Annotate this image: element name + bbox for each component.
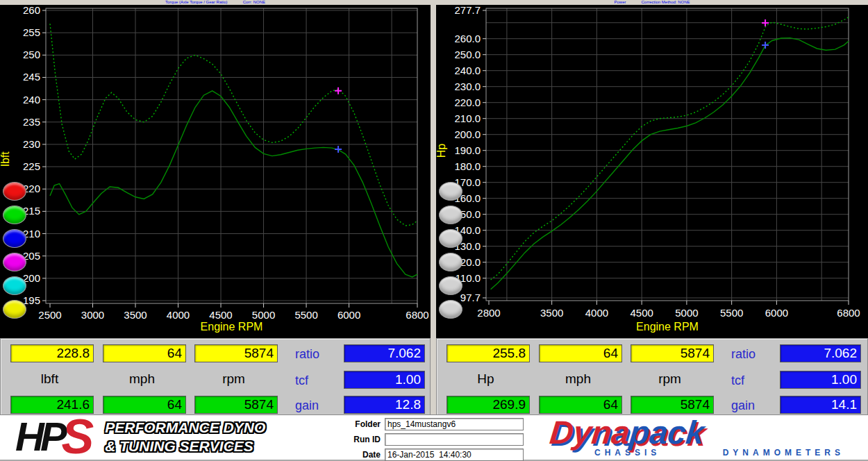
run-select-button-5[interactable] (439, 276, 462, 295)
y-tick-label: 230.0 (454, 81, 481, 92)
y-tick-label: 210.0 (454, 112, 481, 124)
power-cursor-value-run2: 269.9 (446, 396, 530, 414)
ratio-label: ratio (731, 347, 773, 362)
tcf-value: 1.00 (344, 371, 425, 389)
power-titlebar: Power Correction Method: NONE (436, 0, 868, 5)
dynapack-logo: Dynapack CHASSIS DYNAMOMETERS (550, 417, 849, 458)
x-axis-title: Engine RPM (201, 321, 263, 333)
y-tick-label: 200.0 (454, 128, 481, 140)
run-select-button-3[interactable] (439, 229, 462, 248)
run-select-button-4[interactable] (3, 253, 26, 271)
run-select-button-4[interactable] (439, 253, 462, 271)
torque-readout-panel: 228.8 64 5874 lbft mph rpm 241.6 64 5874… (0, 338, 431, 414)
power-curve-run-green (491, 17, 849, 280)
x-tick-label: 4500 (630, 307, 653, 319)
x-tick-label: 6800 (406, 309, 428, 321)
x-axis-title: Engine RPM (636, 321, 699, 333)
power-cursor-rpm-run1: 5874 (631, 344, 714, 362)
run-select-button-6[interactable] (3, 300, 26, 319)
run-id-label: Run ID (344, 435, 381, 444)
gain-value: 12.8 (344, 396, 425, 414)
y-tick-label: 225 (23, 160, 40, 172)
dynapack-pack: pack (628, 414, 706, 451)
run-info-fields: Folder Run ID Date (344, 418, 524, 461)
hps-logo-text: PERFORMANCE DYNO & TUNING SERVICES (105, 418, 265, 456)
run-select-button-2[interactable] (439, 206, 462, 224)
torque-panel: Torque (Axle Torque / Gear Ratio) Corr: … (0, 0, 431, 414)
y-tick-label: 235 (23, 116, 40, 128)
y-tick-label: 260 (23, 5, 40, 16)
run-id-input[interactable] (385, 433, 524, 446)
y-tick-label: 220.0 (454, 97, 481, 108)
tcf-value: 1.00 (780, 371, 861, 389)
run-select-button-1[interactable] (3, 182, 26, 201)
y-tick-label: 230 (23, 138, 40, 150)
x-tick-label: 5000 (675, 307, 698, 319)
folder-input[interactable] (385, 418, 524, 430)
torque-cursor-rpm-run1: 5874 (194, 344, 278, 362)
ratio-label: ratio (295, 347, 337, 362)
run-select-button-1[interactable] (439, 182, 462, 201)
y-tick-label: 180.0 (454, 160, 481, 172)
run-select-button-2[interactable] (3, 206, 26, 224)
torque-cursor-mph-run1: 64 (103, 344, 186, 362)
x-tick-label: 3000 (81, 309, 104, 321)
hps-logo: HP S PERFORMANCE DYNO & TUNING SERVICES (15, 415, 265, 458)
tcf-label: tcf (731, 374, 773, 388)
hps-logo-hp: HP (15, 417, 63, 457)
x-tick-label: 2500 (38, 309, 61, 321)
power-correction-label: Correction Method: NONE (641, 0, 690, 5)
speed-unit-label: mph (103, 371, 181, 387)
ratio-value: 7.062 (780, 344, 861, 362)
y-tick-label: 97.7 (460, 292, 481, 303)
power-curve-run-yellow (491, 38, 849, 290)
cursor-marker (335, 87, 342, 94)
x-tick-label: 3500 (540, 307, 563, 319)
y-tick-label: 255 (23, 26, 40, 38)
y-tick-label: 240 (23, 94, 40, 106)
y-tick-label: 260.0 (454, 33, 481, 44)
power-readout-panel: 255.8 64 5874 Hp mph rpm 269.9 64 5874 r… (436, 338, 868, 414)
power-panel: Power Correction Method: NONE 277.7260.0… (436, 0, 868, 414)
x-tick-label: 5500 (294, 309, 317, 321)
y-tick-label: 250.0 (454, 49, 481, 60)
x-tick-label: 6800 (837, 307, 860, 319)
dynapack-dyna: Dyna (548, 414, 632, 451)
torque-cursor-rpm-run2: 5874 (194, 396, 278, 414)
run-select-button-3[interactable] (3, 229, 26, 248)
power-title: Power (614, 0, 626, 5)
cursor-marker (762, 42, 769, 49)
tcf-label: tcf (295, 374, 337, 388)
rpm-unit-label: rpm (631, 371, 709, 387)
hps-tagline-2: & TUNING SERVICES (105, 437, 265, 455)
torque-correction-label: Corr: NONE (243, 0, 265, 5)
x-tick-label: 4500 (209, 309, 232, 321)
gain-value: 14.1 (780, 396, 861, 414)
torque-titlebar: Torque (Axle Torque / Gear Ratio) Corr: … (0, 0, 431, 5)
torque-curve-run-yellow (50, 91, 417, 277)
y-tick-label: 190.0 (454, 144, 481, 156)
run-select-button-6[interactable] (439, 300, 462, 319)
x-tick-label: 6000 (765, 307, 788, 319)
power-chart: 277.7260.0250.0240.0230.0220.0210.0200.0… (436, 5, 868, 338)
power-cursor-value-run1: 255.8 (446, 344, 530, 362)
hps-logo-s: S (62, 417, 94, 457)
hps-tagline-1: PERFORMANCE DYNO (105, 418, 265, 437)
ratio-value: 7.062 (344, 344, 425, 362)
panel-divider (431, 0, 436, 414)
y-tick-label: 250 (23, 49, 40, 60)
y-axis-title: lbft (0, 151, 11, 167)
footer-bar: HP S PERFORMANCE DYNO & TUNING SERVICES … (0, 414, 868, 461)
speed-unit-label: mph (539, 371, 617, 387)
x-tick-label: 3500 (124, 309, 147, 321)
power-unit-label: Hp (446, 371, 525, 387)
x-tick-label: 4000 (585, 307, 608, 319)
run-select-button-5[interactable] (3, 276, 26, 295)
x-tick-label: 6000 (337, 309, 360, 321)
date-input[interactable] (385, 449, 524, 461)
power-cursor-mph-run2: 64 (539, 396, 622, 414)
gain-label: gain (731, 399, 773, 413)
folder-label: Folder (344, 419, 381, 429)
x-tick-label: 4000 (167, 309, 190, 321)
y-tick-label: 277.7 (454, 5, 481, 16)
